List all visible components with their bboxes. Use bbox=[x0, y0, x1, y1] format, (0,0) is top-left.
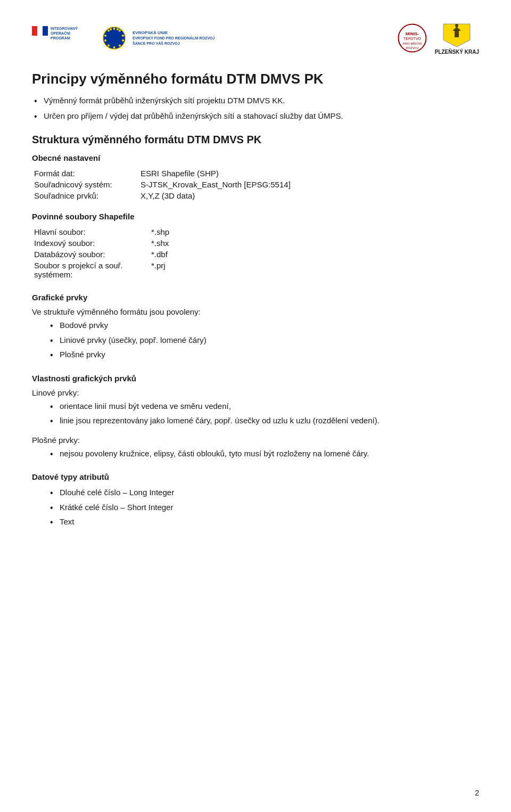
intro-bullets: Výměnný formát průběhů inženýrských sítí… bbox=[32, 95, 479, 122]
list-item: nejsou povoleny kružnice, elipsy, části … bbox=[48, 448, 479, 460]
file-value-1: *.shx bbox=[149, 237, 479, 249]
section1-title: Struktura výměnného formátu DTM DMVS PK bbox=[32, 134, 479, 146]
section2-title: Grafické prvky bbox=[32, 293, 479, 302]
files-table: Hlavní soubor: *.shp Indexový soubor: *.… bbox=[32, 226, 479, 280]
intro-bullet-2: Určen pro příjem / výdej dat průběhů inž… bbox=[32, 110, 479, 122]
logo-left: INTEGROVANÝ OPERAČNÍ PROGRAM bbox=[32, 23, 215, 53]
logo-right: MINIS- TERSTVO PRO MÍSTNÍ ROZVOJ PLZEŇSK… bbox=[398, 21, 479, 55]
subsection-povinne: Povinné soubory Shapefile bbox=[32, 212, 479, 221]
plzensky-kraj-logo: PLZEŇSKÝ KRAJ bbox=[435, 21, 479, 55]
prop-value-2: X,Y,Z (3D data) bbox=[138, 190, 479, 201]
file-label-3: Soubor s projekcí a souř. systémem: bbox=[32, 260, 149, 280]
svg-point-6 bbox=[103, 27, 126, 50]
subsection-obecne: Obecné nastavení bbox=[32, 153, 479, 162]
table-row: Soubor s projekcí a souř. systémem: *.pr… bbox=[32, 260, 479, 280]
plosne-label: Plošné prvky: bbox=[32, 436, 479, 445]
section4-title: Datové typy atributů bbox=[32, 472, 479, 481]
prop-label-1: Souřadnicový systém: bbox=[32, 179, 138, 190]
list-item: Krátké celé číslo – Short Integer bbox=[48, 502, 479, 514]
linove-label: Linové prvky: bbox=[32, 388, 479, 397]
table-row: Formát dat: ESRI Shapefile (SHP) bbox=[32, 168, 479, 179]
datove-list: Dlouhé celé číslo – Long Integer Krátké … bbox=[48, 487, 479, 528]
svg-text:MINIS-: MINIS- bbox=[406, 31, 419, 36]
svg-point-8 bbox=[119, 30, 121, 32]
file-value-3: *.prj bbox=[149, 260, 479, 280]
table-row: Souřadnicový systém: S-JTSK_Krovak_East_… bbox=[32, 179, 479, 190]
page-number: 2 bbox=[475, 789, 479, 797]
svg-point-10 bbox=[122, 39, 124, 42]
eu-fund-text: EVROPSKÁ UNIE EVROPSKÝ FOND PRO REGIONÁL… bbox=[133, 30, 215, 46]
file-label-0: Hlavní soubor: bbox=[32, 226, 149, 237]
file-label-2: Databázový soubor: bbox=[32, 249, 149, 260]
svg-point-14 bbox=[104, 39, 106, 42]
section-graficke: Grafické prvky Ve struktuře výměnného fo… bbox=[32, 293, 479, 361]
list-item: Plošné prvky bbox=[48, 349, 479, 361]
file-value-2: *.dbf bbox=[149, 249, 479, 260]
eu-logo bbox=[102, 26, 126, 50]
svg-text:PROGRAM: PROGRAM bbox=[51, 36, 70, 40]
table-row: Indexový soubor: *.shx bbox=[32, 237, 479, 249]
file-value-0: *.shp bbox=[149, 226, 479, 237]
section-vlastnosti: Vlastnosti grafických prvků Linové prvky… bbox=[32, 374, 479, 460]
ministry-logo: MINIS- TERSTVO PRO MÍSTNÍ ROZVOJ bbox=[398, 23, 427, 53]
svg-point-11 bbox=[119, 45, 121, 47]
list-item: Text bbox=[48, 516, 479, 528]
svg-rect-1 bbox=[37, 26, 43, 36]
list-item: Liniové prvky (úsečky, popř. lomené čáry… bbox=[48, 334, 479, 347]
svg-rect-0 bbox=[32, 26, 37, 36]
svg-text:PRO MÍSTNÍ: PRO MÍSTNÍ bbox=[403, 42, 422, 45]
section-struktura: Struktura výměnného formátu DTM DMVS PK … bbox=[32, 134, 479, 280]
svg-point-7 bbox=[113, 28, 116, 30]
svg-text:OPERAČNÍ: OPERAČNÍ bbox=[51, 31, 71, 35]
intro-bullet-1: Výměnný formát průběhů inženýrských sítí… bbox=[32, 95, 479, 107]
svg-point-13 bbox=[108, 45, 110, 47]
svg-point-18 bbox=[110, 28, 112, 30]
svg-text:ROZVOJ: ROZVOJ bbox=[406, 46, 418, 50]
plosne-list: nejsou povoleny kružnice, elipsy, části … bbox=[48, 448, 479, 460]
svg-text:INTEGROVANÝ: INTEGROVANÝ bbox=[51, 26, 78, 30]
section3-title: Vlastnosti grafických prvků bbox=[32, 374, 479, 383]
svg-point-17 bbox=[117, 28, 119, 30]
graficke-list: Bodové prvky Liniové prvky (úsečky, popř… bbox=[48, 319, 479, 361]
linove-list: orientace linií musí být vedena ve směru… bbox=[48, 400, 479, 427]
svg-point-9 bbox=[122, 35, 124, 37]
svg-text:TERSTVO: TERSTVO bbox=[403, 37, 422, 40]
prop-label-0: Formát dat: bbox=[32, 168, 138, 179]
svg-point-12 bbox=[113, 46, 116, 48]
prop-value-0: ESRI Shapefile (SHP) bbox=[138, 168, 479, 179]
file-label-1: Indexový soubor: bbox=[32, 237, 149, 249]
prop-label-2: Souřadnice prvků: bbox=[32, 190, 138, 201]
header-logos: INTEGROVANÝ OPERAČNÍ PROGRAM bbox=[32, 21, 479, 55]
list-item: Dlouhé celé číslo – Long Integer bbox=[48, 487, 479, 499]
page: INTEGROVANÝ OPERAČNÍ PROGRAM bbox=[0, 0, 511, 812]
section2-intro: Ve struktuře výměnného formátu jsou povo… bbox=[32, 307, 479, 316]
plzensky-kraj-label: PLZEŇSKÝ KRAJ bbox=[435, 49, 479, 55]
table-row: Databázový soubor: *.dbf bbox=[32, 249, 479, 260]
list-item: linie jsou reprezentovány jako lomené čá… bbox=[48, 415, 479, 427]
page-title: Principy výměnného formátu DTM DMVS PK bbox=[32, 71, 479, 87]
list-item: Bodové prvky bbox=[48, 319, 479, 332]
section-datove: Datové typy atributů Dlouhé celé číslo –… bbox=[32, 472, 479, 528]
prop-value-1: S-JTSK_Krovak_East_North [EPSG:5514] bbox=[138, 179, 479, 190]
svg-point-16 bbox=[108, 30, 110, 32]
list-item: orientace linií musí být vedena ve směru… bbox=[48, 400, 479, 413]
svg-point-24 bbox=[455, 24, 458, 27]
table-row: Hlavní soubor: *.shp bbox=[32, 226, 479, 237]
svg-point-15 bbox=[104, 35, 106, 37]
table-row: Souřadnice prvků: X,Y,Z (3D data) bbox=[32, 190, 479, 201]
iop-logo: INTEGROVANÝ OPERAČNÍ PROGRAM bbox=[32, 23, 96, 53]
svg-rect-2 bbox=[43, 26, 48, 36]
properties-table: Formát dat: ESRI Shapefile (SHP) Souřadn… bbox=[32, 168, 479, 201]
